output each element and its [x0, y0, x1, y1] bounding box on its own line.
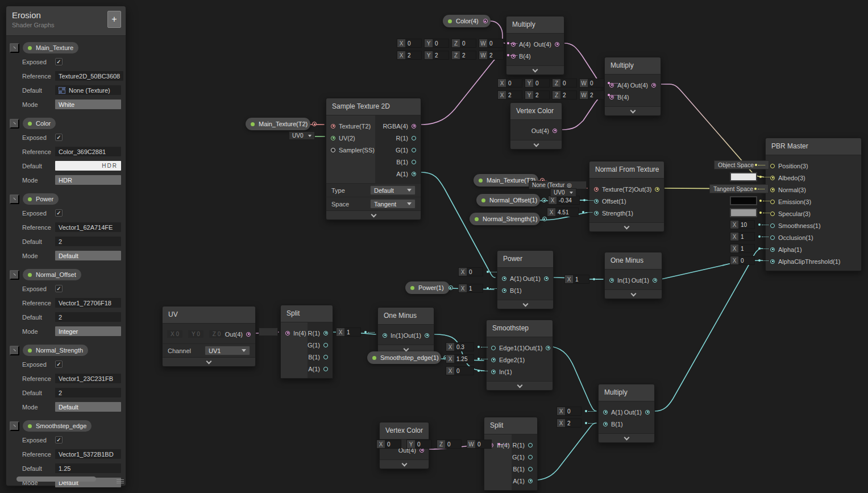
field-value[interactable]: 0	[415, 440, 431, 448]
mode-dropdown[interactable]: HDR	[55, 175, 121, 185]
output-port-icon[interactable]	[412, 148, 416, 152]
input-port-icon[interactable]	[502, 288, 506, 293]
option-dropdown[interactable]: Default	[370, 185, 416, 195]
inline-field[interactable]: Y0	[424, 39, 449, 48]
node-one-minus-1[interactable]: One MinusIn(1)Out(1)	[604, 252, 662, 299]
inline-field[interactable]: X0	[446, 366, 474, 375]
field-value[interactable]: 0	[475, 440, 491, 448]
field-value[interactable]: 2	[460, 51, 476, 59]
output-port-icon[interactable]	[555, 42, 559, 47]
pill-normal-offset-1[interactable]: Normal_Offset(1)	[476, 194, 540, 206]
collapse-strip[interactable]	[487, 381, 553, 390]
exposed-checkbox[interactable]: ✓	[55, 209, 63, 217]
fold-chevron-button[interactable]	[10, 270, 19, 280]
graph-canvas[interactable]: MultiplyA(4)Out(4)B(4)MultiplyA(4)Out(4)…	[0, 0, 868, 493]
field-value[interactable]: 0	[487, 39, 503, 47]
inline-field[interactable]: Z0	[451, 39, 476, 48]
field-value[interactable]: 0	[405, 39, 421, 47]
collapse-strip[interactable]	[589, 222, 664, 231]
property-pill[interactable]: Color	[23, 118, 56, 129]
reference-field[interactable]: Vector1_72706F18	[55, 298, 121, 308]
collapse-strip[interactable]	[605, 289, 662, 299]
collapse-strip[interactable]	[326, 210, 421, 219]
field-value[interactable]: -0.34	[556, 196, 579, 204]
field-value[interactable]: 0	[467, 268, 483, 276]
property-pill[interactable]: Normal_Offset	[23, 269, 81, 280]
uv-channel-mini-dropdown[interactable]: UV0	[289, 131, 315, 140]
input-port-icon[interactable]	[770, 176, 775, 180]
fold-chevron-button[interactable]	[10, 421, 19, 431]
inline-field[interactable]: X0.3	[446, 342, 474, 351]
input-port-icon[interactable]	[770, 188, 775, 192]
inline-field[interactable]: Y2	[525, 90, 550, 100]
inline-field[interactable]: Z2	[451, 51, 476, 60]
specular-swatch[interactable]	[730, 208, 757, 217]
field-value[interactable]: 2	[560, 91, 576, 99]
field-value[interactable]: 0	[738, 256, 754, 264]
inline-field[interactable]: W0	[579, 78, 604, 88]
default-value-field[interactable]: 2	[55, 237, 121, 246]
uv-channel-mini-dropdown[interactable]: UV0	[550, 188, 576, 197]
output-port-icon[interactable]	[528, 467, 533, 471]
collapse-strip[interactable]	[163, 357, 255, 366]
fold-chevron-button[interactable]	[10, 119, 19, 129]
property-pill[interactable]: Normal_Strength	[23, 345, 88, 356]
collapse-strip[interactable]	[605, 106, 661, 115]
inline-field[interactable]: Z2	[552, 90, 577, 100]
output-port-icon[interactable]	[323, 355, 328, 359]
pill-smoothstep-edge-1[interactable]: Smoothstep_edge(1)	[367, 351, 441, 364]
node-split-2[interactable]: SplitIn(4)R(1)G(1)B(1)A(1)	[484, 417, 538, 491]
default-texture-field[interactable]: None (Texture)	[55, 85, 121, 95]
field-value[interactable]: 1	[344, 328, 360, 336]
default-value-field[interactable]: 2	[55, 388, 121, 397]
field-value[interactable]: 0	[460, 39, 476, 47]
space-dropdown-chip[interactable]: Object Space	[714, 160, 769, 169]
property-pill[interactable]: Main_Texture	[23, 42, 78, 53]
exposed-checkbox[interactable]: ✓	[55, 436, 63, 444]
output-port-icon[interactable]	[425, 333, 429, 338]
input-port-icon[interactable]	[770, 164, 775, 168]
reference-field[interactable]: Vector1_23C231FB	[55, 374, 121, 383]
output-port-icon[interactable]	[528, 443, 533, 448]
reference-field[interactable]: Vector1_62A714FE	[55, 222, 121, 232]
field-value[interactable]: 0	[385, 440, 401, 448]
option-dropdown[interactable]: UV1	[205, 346, 250, 355]
inline-field[interactable]: Y0	[525, 78, 550, 88]
field-value[interactable]: 1.25	[454, 355, 474, 363]
input-port-icon[interactable]	[491, 370, 496, 374]
collapse-strip[interactable]	[599, 433, 654, 442]
node-split-1[interactable]: SplitIn(4)R(1)G(1)B(1)A(1)	[280, 305, 333, 379]
mode-dropdown[interactable]: Default	[55, 402, 121, 412]
field-value[interactable]: 0	[588, 79, 604, 87]
field-value[interactable]: 2	[588, 91, 604, 99]
inline-field[interactable]: Y2	[424, 51, 449, 60]
inline-field[interactable]: X2	[397, 51, 422, 60]
input-port-icon[interactable]	[770, 212, 775, 216]
inline-field[interactable]: X0	[458, 267, 483, 276]
input-port-icon[interactable]	[331, 136, 335, 140]
pill-port-icon[interactable]	[542, 217, 547, 221]
inline-field[interactable]: X2	[556, 419, 582, 428]
panel-resize-grip[interactable]	[117, 478, 124, 483]
input-port-icon[interactable]	[502, 276, 506, 281]
output-port-icon[interactable]	[528, 455, 533, 459]
add-property-button[interactable]: +	[107, 11, 121, 28]
inline-field[interactable]: W0	[479, 39, 504, 48]
output-port-icon[interactable]	[653, 278, 657, 283]
input-port-icon[interactable]	[331, 124, 335, 129]
input-port-icon[interactable]	[609, 278, 614, 283]
output-port-icon[interactable]	[412, 136, 416, 140]
field-value[interactable]: 2	[506, 91, 522, 99]
field-value[interactable]: 0	[506, 79, 522, 87]
collapse-strip[interactable]	[510, 140, 562, 149]
fold-chevron-button[interactable]	[10, 194, 19, 204]
property-pill[interactable]: Power	[23, 193, 59, 205]
input-port-icon[interactable]	[594, 187, 599, 192]
reference-field[interactable]: Vector1_5372B1BD	[55, 449, 121, 459]
field-value[interactable]: 0	[533, 79, 549, 87]
pill-main-texture-a[interactable]: Main_Texture(T2)	[246, 118, 310, 130]
pill-color-4[interactable]: Color(4)	[443, 15, 491, 27]
mode-dropdown[interactable]: Default	[55, 251, 121, 260]
input-port-icon[interactable]	[770, 259, 775, 264]
node-power[interactable]: PowerA(1)Out(1)B(1)	[497, 250, 554, 309]
